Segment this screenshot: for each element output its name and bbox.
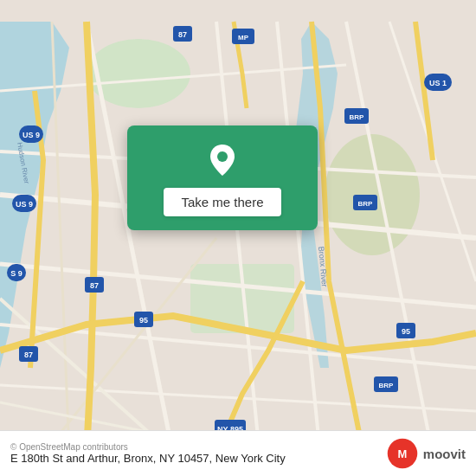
svg-text:95: 95 <box>402 327 410 336</box>
svg-text:S 9: S 9 <box>10 269 23 278</box>
bottom-left-info: © OpenStreetMap contributors E 180th St … <box>10 442 286 465</box>
navigation-card: Take me there <box>127 125 318 230</box>
svg-point-49 <box>217 151 228 162</box>
svg-text:US 1: US 1 <box>429 79 447 87</box>
svg-text:BRP: BRP <box>350 113 365 121</box>
svg-text:BRP: BRP <box>379 382 395 389</box>
svg-text:BRP: BRP <box>358 200 374 208</box>
svg-text:87: 87 <box>178 30 187 39</box>
svg-text:87: 87 <box>24 351 33 359</box>
bottom-info-bar: © OpenStreetMap contributors E 180th St … <box>0 430 476 476</box>
moovit-text: moovit <box>423 447 466 461</box>
svg-text:87: 87 <box>90 281 99 290</box>
map-attribution: © OpenStreetMap contributors <box>10 442 286 452</box>
moovit-icon: M <box>387 438 418 469</box>
svg-text:US 9: US 9 <box>16 200 33 209</box>
svg-text:M: M <box>397 447 407 460</box>
svg-text:95: 95 <box>139 316 148 325</box>
moovit-logo[interactable]: M moovit <box>387 438 466 469</box>
location-address: E 180th St and Arthur, Bronx, NY 10457, … <box>10 452 286 465</box>
map-container: 87 87 87 95 95 US 9 US 9 S 9 US 1 NY 895… <box>0 0 476 476</box>
location-pin-icon <box>203 141 241 179</box>
map-background: 87 87 87 95 95 US 9 US 9 S 9 US 1 NY 895… <box>0 0 476 476</box>
svg-text:MP: MP <box>238 34 249 42</box>
take-me-there-button[interactable]: Take me there <box>164 188 280 216</box>
svg-text:US 9: US 9 <box>23 131 40 139</box>
